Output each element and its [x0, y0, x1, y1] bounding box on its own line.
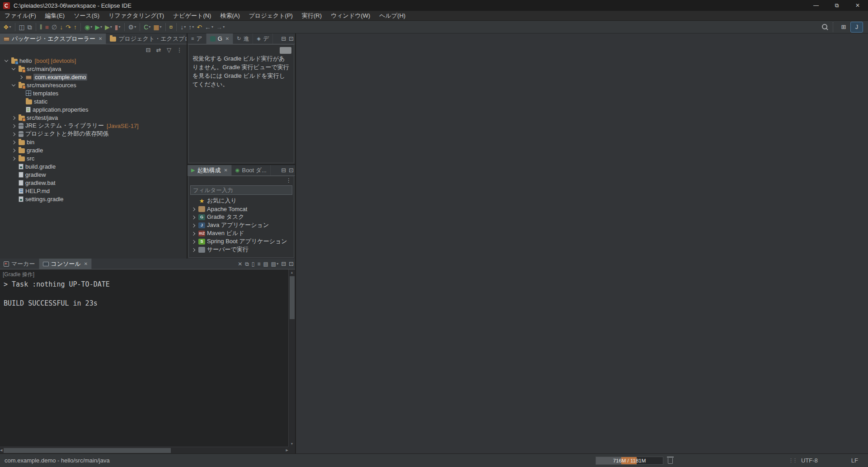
minimize-view-button[interactable]: ⊟	[280, 33, 287, 44]
menu-window[interactable]: ウィンドウ(W)	[326, 11, 375, 21]
tree-item[interactable]: templates	[0, 89, 187, 97]
new-java-class-button[interactable]: C▾	[142, 22, 152, 33]
twisty-icon[interactable]	[191, 239, 197, 245]
new-java-package-button[interactable]: ▦▾	[152, 22, 163, 33]
close-window-button[interactable]: ✕	[847, 0, 868, 11]
collapse-all-icon[interactable]: ⊟	[144, 45, 153, 54]
twisty-icon[interactable]	[4, 58, 9, 64]
close-icon[interactable]: ✕	[99, 36, 102, 41]
twisty-icon[interactable]	[11, 123, 17, 129]
scroll-up-icon[interactable]: ▲	[291, 269, 294, 275]
display-selected-console-button[interactable]: ▤	[262, 259, 269, 269]
tree-item[interactable]: HELP.md	[0, 187, 187, 195]
step-over-button[interactable]: ↷	[64, 22, 72, 33]
twisty-icon[interactable]	[18, 74, 24, 80]
tab-outline[interactable]: ≡ア	[188, 33, 206, 44]
horizontal-scrollbar-thumb[interactable]	[4, 448, 171, 453]
run-garbage-collector-button[interactable]	[668, 458, 673, 464]
gradle-view-toolbar-button[interactable]	[280, 47, 291, 54]
close-icon[interactable]: ✕	[224, 168, 227, 173]
menu-navigate[interactable]: ナビゲート(N)	[169, 11, 216, 21]
launch-type-item[interactable]: Apache Tomcat	[189, 205, 294, 213]
twisty-icon[interactable]	[191, 247, 197, 253]
tree-item[interactable]: src/main/java	[0, 65, 187, 73]
tab-progress[interactable]: ↻進	[233, 33, 253, 44]
java-perspective-button[interactable]: J	[851, 22, 863, 32]
debug-button[interactable]: ◉▾	[83, 22, 94, 33]
twisty-icon[interactable]	[11, 66, 17, 72]
menu-project[interactable]: プロジェクト(P)	[244, 11, 297, 21]
tree-item[interactable]: プロジェクトと外部の依存関係	[0, 130, 187, 138]
clear-console-button[interactable]: ▯	[250, 259, 256, 269]
tree-item[interactable]: bin	[0, 138, 187, 146]
console-output[interactable]: > Task :nothing UP-TO-DATE BUILD SUCCESS…	[0, 279, 295, 309]
back-button[interactable]: ←▾	[203, 22, 215, 33]
forward-button[interactable]: →▾	[215, 22, 226, 33]
menu-search[interactable]: 検索(A)	[216, 11, 244, 21]
link-with-editor-icon[interactable]: ⇄	[154, 45, 163, 54]
open-perspective-button[interactable]: ⊞	[838, 22, 849, 32]
last-edit-location-button[interactable]: ↶	[195, 22, 203, 33]
scroll-down-icon[interactable]: ▼	[291, 441, 294, 447]
previous-annotation-button[interactable]: ↑▾	[187, 22, 195, 33]
new-wizard-button[interactable]: ❖▾	[2, 22, 13, 33]
stop-button[interactable]: ■	[44, 22, 50, 33]
skip-all-breakpoints-button[interactable]: ∅	[50, 22, 58, 33]
remove-launch-button[interactable]: ✕	[236, 259, 244, 269]
next-annotation-button[interactable]: ↓▾	[179, 22, 187, 33]
remove-all-launches-button[interactable]: ⧉	[244, 259, 250, 269]
tree-item[interactable]: settings.gradle	[0, 195, 187, 203]
scroll-left-icon[interactable]: ◀	[0, 448, 2, 453]
open-console-button[interactable]: ▤▾	[270, 259, 280, 269]
step-return-button[interactable]: ↑	[72, 22, 78, 33]
maximize-view-button[interactable]: ⊡	[287, 165, 295, 175]
minimize-window-button[interactable]: —	[806, 0, 826, 11]
tree-item[interactable]: com.example.demo	[0, 73, 187, 81]
save-all-button[interactable]: ⧉	[26, 22, 33, 33]
tab-package-explorer[interactable]: パッケージ・エクスプローラー✕	[0, 33, 106, 44]
twisty-icon[interactable]	[191, 214, 197, 220]
twisty-icon[interactable]	[11, 156, 17, 161]
launch-type-item[interactable]: GGradle タスク	[189, 213, 294, 221]
tree-item[interactable]: gradlew	[0, 170, 187, 179]
close-icon[interactable]: ✕	[84, 261, 88, 266]
menu-edit[interactable]: 編集(E)	[41, 11, 69, 21]
launch-type-item[interactable]: JJava アプリケーション	[189, 221, 294, 229]
filter-input[interactable]	[190, 185, 292, 195]
tab-launch-configurations[interactable]: ▶起動構成✕	[188, 165, 232, 175]
horizontal-scrollbar[interactable]: ◀ ▶	[0, 447, 288, 453]
tab-debug-shell[interactable]: ◈デ	[253, 33, 273, 44]
launch-type-item[interactable]: SSpring Boot アプリケーション	[189, 237, 294, 245]
tab-markers[interactable]: マーカー	[0, 259, 39, 269]
tab-boot-dashboard[interactable]: ◉Boot ダ...	[232, 165, 271, 175]
heap-status[interactable]: 716M / 1181M	[596, 457, 663, 465]
menu-file[interactable]: ファイル(F)	[0, 11, 41, 21]
maximize-view-button[interactable]: ⊡	[287, 259, 295, 269]
restore-window-button[interactable]: ⧉	[826, 0, 847, 11]
menu-source[interactable]: ソース(S)	[69, 11, 104, 21]
tree-item[interactable]: static	[0, 97, 187, 105]
menu-run[interactable]: 実行(R)	[297, 11, 326, 21]
view-menu-icon[interactable]: ⋮	[286, 177, 291, 184]
tree-item[interactable]: gradlew.bat	[0, 179, 187, 187]
tab-console[interactable]: コンソール✕	[39, 259, 92, 269]
vertical-scrollbar-thumb[interactable]	[290, 276, 295, 319]
coverage-button[interactable]: ▮▾	[113, 22, 122, 33]
tree-item[interactable]: src/test/java	[0, 113, 187, 122]
search-icon[interactable]	[821, 24, 828, 30]
step-into-button[interactable]: ↓	[58, 22, 64, 33]
statusbar-grip-icon[interactable]: ⋮⋮	[788, 458, 797, 463]
vertical-scrollbar[interactable]: ▲ ▼	[288, 269, 295, 447]
twisty-icon[interactable]	[11, 115, 17, 121]
editor-area[interactable]	[296, 33, 868, 453]
minimize-view-button[interactable]: ⊟	[280, 259, 287, 269]
tree-item[interactable]: src	[0, 154, 187, 162]
launch-type-item[interactable]: m2Maven ビルド	[189, 229, 294, 237]
tree-item[interactable]: build.gradle	[0, 162, 187, 170]
line-ending-indicator[interactable]: LF	[851, 457, 858, 464]
tab-project-explorer[interactable]: プロジェクト・エクスプローラー	[106, 33, 187, 44]
minimize-view-button[interactable]: ⊟	[280, 165, 287, 175]
build-ant-button[interactable]: ⚙▾	[127, 22, 138, 33]
save-button[interactable]: ◫	[18, 22, 26, 33]
pause-button[interactable]: ‖	[38, 22, 44, 33]
